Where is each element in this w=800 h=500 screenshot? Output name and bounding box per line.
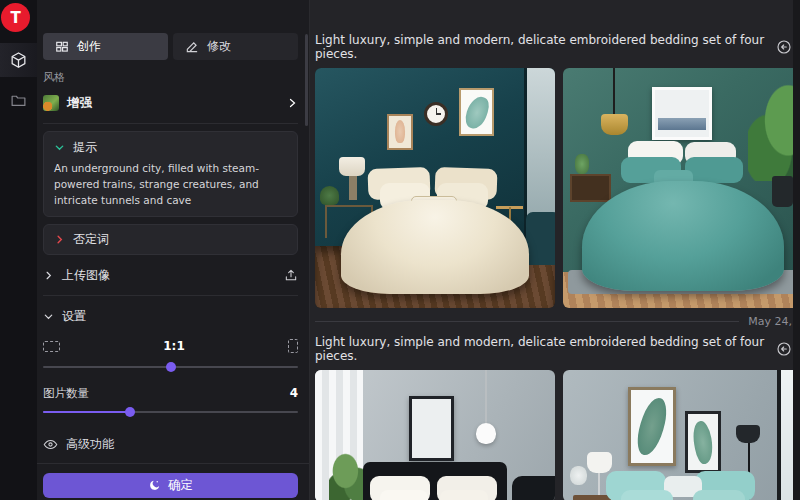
chevron-down-icon [54, 142, 65, 153]
group-prompt-text: Light luxury, simple and modern, delicat… [315, 335, 767, 363]
generation-panel: 创作 修改 风格 增强 提示 An underground city, fill… [37, 0, 310, 500]
divider [43, 295, 298, 296]
bedroom-scene-gray [315, 370, 555, 500]
prompt-card: 提示 An underground city, filled with stea… [43, 131, 298, 217]
reuse-prompt-icon[interactable] [776, 341, 792, 357]
pillow [380, 490, 428, 500]
divider [43, 123, 298, 124]
chair [512, 476, 555, 500]
aspect-ratio-value: 1:1 [60, 339, 288, 353]
confirm-button[interactable]: 确定 [43, 473, 298, 498]
panel-scrollbar[interactable] [305, 34, 308, 126]
pillow [685, 157, 743, 183]
prompt-header[interactable]: 提示 [54, 139, 287, 156]
generated-image[interactable] [563, 370, 800, 500]
negative-label: 否定词 [73, 231, 109, 248]
wall-art-feather [387, 114, 413, 150]
nav-rail: T [0, 0, 37, 500]
slider-thumb[interactable] [125, 407, 135, 417]
wall-art-leaf [459, 88, 494, 136]
table-lamp [587, 452, 612, 474]
lamp-base [349, 176, 357, 200]
landscape-icon [43, 341, 60, 352]
prompt-input[interactable]: An underground city, filled with steam-p… [54, 161, 287, 208]
pendant-lamp [476, 423, 496, 445]
negative-card[interactable]: 否定词 [43, 224, 298, 255]
duvet [341, 200, 528, 294]
aspect-ratio-row: 1:1 [43, 336, 298, 356]
image-count-slider[interactable] [43, 406, 298, 418]
date-divider: May 24, [315, 311, 792, 331]
portrait-icon [288, 339, 298, 353]
tab-modify-label: 修改 [207, 38, 231, 55]
sidebar-item-folder[interactable] [0, 83, 37, 117]
chevron-right-icon [286, 97, 298, 109]
style-thumbnail [43, 95, 59, 111]
image-count-value: 4 [290, 386, 298, 401]
mode-tabs: 创作 修改 [43, 33, 298, 60]
main-scrollbar-track[interactable] [793, 0, 800, 500]
pillow [621, 490, 674, 500]
group-prompt-text: Light luxury, simple and modern, delicat… [315, 33, 767, 61]
avatar-logo[interactable]: T [1, 3, 30, 32]
bedroom-scene-aqua [563, 370, 800, 500]
nightstand [573, 495, 611, 500]
divider [37, 463, 309, 464]
edit-icon [185, 40, 199, 54]
tab-create-label: 创作 [77, 38, 101, 55]
upload-row[interactable]: 上传图像 [43, 264, 298, 286]
sidebar-item-models[interactable] [0, 43, 37, 77]
group-prompt-row: Light luxury, simple and modern, delicat… [315, 38, 792, 56]
lamp-stand [598, 473, 600, 495]
folder-icon [10, 92, 27, 109]
image-group-1 [315, 68, 792, 308]
pillow [693, 490, 746, 500]
advanced-row[interactable]: 高级功能 [43, 434, 298, 454]
style-selector[interactable]: 增强 [43, 92, 298, 114]
chevron-right-icon [54, 234, 65, 245]
cube-icon [9, 51, 28, 70]
chevron-down-icon [43, 311, 54, 322]
settings-label: 设置 [62, 308, 86, 325]
floor-lamp-shade [736, 425, 760, 443]
image-group-2 [315, 370, 792, 500]
generated-image[interactable] [315, 68, 555, 308]
pendant-lamp [601, 114, 627, 136]
style-label: 风格 [43, 70, 298, 85]
bedroom-scene-teal [563, 68, 800, 308]
wall-art-leaf [628, 387, 676, 466]
settings-header[interactable]: 设置 [43, 305, 298, 327]
image-count-row: 图片数量 4 [43, 386, 298, 401]
divider-line [315, 321, 739, 322]
aspect-ratio-slider[interactable] [43, 361, 298, 373]
grid-icon [55, 40, 69, 54]
tab-modify[interactable]: 修改 [173, 33, 298, 60]
nightstand [570, 174, 611, 203]
slider-thumb[interactable] [166, 362, 176, 372]
eye-icon [43, 437, 58, 452]
chevron-right-icon [43, 270, 54, 281]
image-count-label: 图片数量 [43, 386, 89, 401]
duvet [582, 181, 784, 291]
plant-pot [772, 176, 794, 207]
advanced-label: 高级功能 [66, 436, 114, 453]
armchair [526, 212, 555, 265]
reuse-prompt-icon[interactable] [776, 39, 792, 55]
tab-create[interactable]: 创作 [43, 33, 168, 60]
pendant-cord [485, 370, 487, 423]
small-plant [575, 154, 589, 173]
upload-label: 上传图像 [62, 267, 110, 284]
table-lamp [339, 157, 365, 176]
vase-flowers [570, 466, 587, 485]
plant [320, 186, 339, 205]
moon-icon [148, 479, 161, 492]
confirm-label: 确定 [168, 477, 193, 494]
generated-image[interactable] [315, 370, 555, 500]
bedroom-scene-cream [315, 68, 555, 308]
upload-icon[interactable] [284, 268, 298, 282]
generated-image[interactable] [563, 68, 800, 308]
wall-art [409, 396, 455, 461]
pillow [440, 490, 488, 500]
pendant-cord [613, 68, 615, 114]
date-label: May 24, [748, 315, 792, 328]
